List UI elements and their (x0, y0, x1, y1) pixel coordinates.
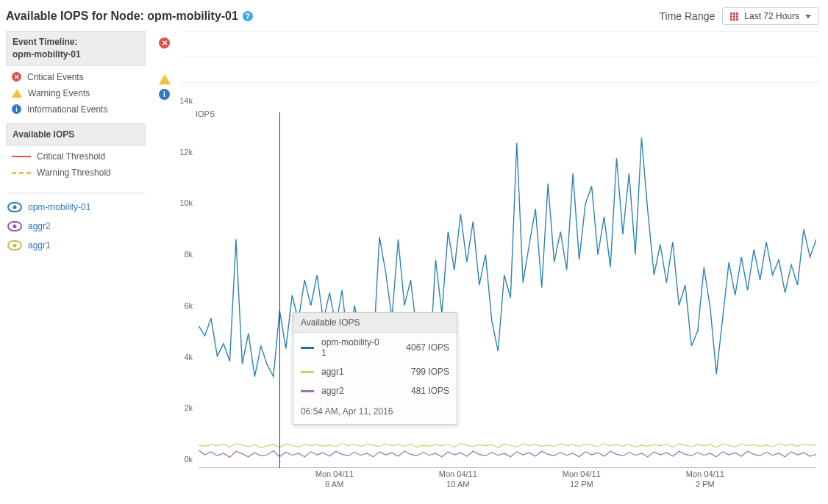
legend-warn-threshold: Warning Threshold (10, 165, 146, 181)
event-strip-info: i (179, 82, 819, 108)
help-icon[interactable]: ? (243, 11, 253, 21)
tooltip-series-name: aggr2 (321, 386, 404, 396)
warning-icon (12, 89, 22, 98)
series-toggle-node[interactable]: opm-mobility-01 (6, 198, 146, 217)
page-title: Available IOPS for Node: opm-mobility-01 (6, 10, 238, 23)
swatch-icon (301, 390, 314, 392)
legend-warning: Warning Events (10, 85, 146, 101)
tooltip-timestamp: 06:54 AM, Apr 11, 2016 (293, 400, 457, 424)
event-strip-critical: ✕ (179, 31, 819, 57)
series-toggle-aggr1[interactable]: aggr1 (6, 236, 146, 255)
available-iops-header: Available IOPS (6, 123, 146, 146)
y-axis: 0k2k4k6k8k10k12k14k (174, 109, 196, 468)
series-toggle-aggr2[interactable]: aggr2 (6, 217, 146, 236)
info-icon: i (159, 89, 170, 100)
chart-svg (199, 112, 816, 468)
line-chart[interactable]: 0k2k4k6k8k10k12k14k IOPS Mon 04/118 AMMo… (176, 109, 819, 492)
info-icon: i (12, 104, 21, 114)
eye-icon (7, 240, 22, 251)
tooltip-title: Available IOPS (293, 313, 457, 333)
time-range-button[interactable]: Last 72 Hours (722, 7, 819, 25)
warning-icon (159, 63, 171, 84)
eye-icon (7, 202, 22, 212)
legend-crit-threshold: Critical Threshold (10, 148, 146, 165)
event-strip-warning (179, 57, 819, 82)
tooltip-series-name: aggr1 (321, 367, 404, 377)
swatch-icon (301, 371, 314, 373)
critical-icon: ✕ (12, 72, 21, 82)
chart-area: ✕ i 0k2k4k6k8k10k12k14k IOPS Mon 04/118 … (154, 31, 819, 492)
calendar-icon (730, 12, 738, 21)
tooltip-series-value: 799 IOPS (411, 367, 449, 377)
swatch-icon (301, 347, 314, 349)
chart-tooltip: Available IOPS opm-mobility-0 1 4067 IOP… (293, 312, 457, 425)
legend-info: i Informational Events (10, 101, 146, 118)
sidebar: Event Timeline: opm-mobility-01 ✕ Critic… (6, 31, 146, 492)
legend-critical: ✕ Critical Events (10, 69, 146, 85)
event-timeline-header: Event Timeline: opm-mobility-01 (6, 31, 146, 66)
tooltip-series-value: 481 IOPS (411, 386, 449, 396)
time-range-label: Time Range (660, 10, 715, 22)
eye-icon (7, 221, 22, 231)
tooltip-series-name: opm-mobility-0 1 (321, 337, 399, 358)
critical-threshold-icon (12, 156, 31, 157)
warning-threshold-icon (12, 172, 31, 174)
critical-icon: ✕ (159, 37, 170, 48)
x-axis: Mon 04/118 AMMon 04/1110 AMMon 04/1112 P… (199, 469, 816, 492)
tooltip-series-value: 4067 IOPS (406, 342, 449, 353)
time-range-value: Last 72 Hours (744, 11, 799, 21)
chart-cursor (279, 112, 280, 468)
chevron-down-icon (805, 15, 811, 18)
